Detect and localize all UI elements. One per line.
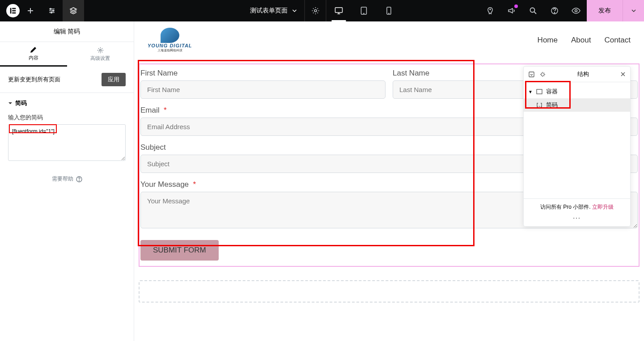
layers-icon[interactable]	[63, 0, 84, 21]
page-title-dropdown[interactable]: 测试表单页面	[243, 0, 305, 21]
help-link[interactable]: 需要帮助	[0, 163, 134, 195]
structure-tree: ▼ 容器 简码	[524, 82, 630, 198]
publish-label: 发布	[598, 7, 611, 15]
tab-content-label: 内容	[29, 55, 38, 61]
settings-sliders-icon[interactable]	[41, 0, 63, 21]
shortcode-field-label: 输入您的简码	[0, 114, 134, 124]
svg-point-20	[79, 181, 79, 181]
sidebar-title: 编辑 简码	[0, 21, 134, 42]
svg-rect-3	[12, 13, 16, 14]
structure-header-icons	[528, 71, 546, 78]
structure-more[interactable]: ...	[527, 213, 627, 220]
topbar-right: 发布	[479, 0, 644, 21]
help-circle-icon	[76, 176, 82, 182]
structure-footer: 访问所有 Pro 小部件. 立即升级 ...	[524, 198, 630, 226]
sidebar: 编辑 简码 内容 高级设置 更新变更到所有页面 应用 简码 输入您的简码 [fl…	[0, 21, 134, 341]
page-title-text: 测试表单页面	[250, 7, 288, 15]
svg-rect-21	[529, 72, 534, 77]
structure-title: 结构	[546, 70, 620, 78]
close-icon[interactable]	[620, 72, 626, 77]
tree-container-label: 容器	[546, 88, 558, 96]
logo-text: YOUNG DIGITAL	[148, 43, 192, 48]
topbar-center: 测试表单页面	[243, 0, 402, 21]
canvas: YOUNG DIGITAL 上海漾动网络科技 Home About Contac…	[134, 21, 644, 341]
publish-dropdown[interactable]	[623, 0, 644, 21]
svg-point-18	[99, 50, 101, 51]
tree-shortcode-item[interactable]: 简码	[524, 98, 630, 112]
publish-button[interactable]: 发布	[587, 0, 623, 21]
rocket-icon[interactable]	[479, 0, 501, 21]
shortcode-icon	[536, 102, 542, 108]
svg-rect-1	[12, 8, 16, 9]
svg-point-12	[389, 13, 389, 14]
tablet-icon[interactable]	[352, 0, 377, 21]
svg-point-7	[314, 10, 317, 12]
chevron-down-icon	[292, 8, 297, 13]
site-logo[interactable]: YOUNG DIGITAL 上海漾动网络科技	[148, 28, 192, 53]
logo-image	[161, 28, 179, 43]
site-header: YOUNG DIGITAL 上海漾动网络科技 Home About Contac…	[134, 21, 644, 59]
apply-text: 更新变更到所有页面	[8, 76, 60, 84]
tree-container-item[interactable]: ▼ 容器	[524, 85, 630, 98]
topbar: 测试表单页面	[0, 0, 644, 21]
submit-button[interactable]: SUBMIT FORM	[140, 240, 219, 261]
structure-footer-text: 访问所有 Pro 小部件.	[540, 204, 591, 210]
svg-rect-2	[12, 10, 16, 12]
section-shortcode[interactable]: 简码	[0, 93, 134, 114]
tab-advanced[interactable]: 高级设置	[67, 42, 134, 67]
tab-content[interactable]: 内容	[0, 42, 67, 67]
structure-panel: 结构 ▼ 容器 简码 访问所有 Pro 小部件. 立即升级 .	[523, 66, 631, 227]
svg-point-5	[53, 10, 54, 12]
apply-button[interactable]: 应用	[102, 73, 126, 86]
tab-advanced-label: 高级设置	[90, 55, 110, 62]
topbar-left	[0, 0, 84, 21]
svg-rect-0	[10, 8, 12, 14]
help-icon[interactable]	[544, 0, 565, 21]
elementor-logo[interactable]	[6, 4, 20, 17]
desktop-icon[interactable]	[326, 0, 352, 21]
first-name-label: First Name	[140, 69, 386, 78]
mobile-icon[interactable]	[377, 0, 402, 21]
nav-contact[interactable]: Contact	[604, 36, 631, 45]
apply-row: 更新变更到所有页面 应用	[0, 67, 134, 93]
svg-rect-8	[335, 8, 343, 13]
main: 编辑 简码 内容 高级设置 更新变更到所有页面 应用 简码 输入您的简码 [fl…	[0, 21, 644, 341]
megaphone-icon[interactable]	[501, 0, 522, 21]
search-icon[interactable]	[522, 0, 544, 21]
sparkle-icon[interactable]	[539, 71, 546, 78]
svg-point-14	[530, 8, 535, 13]
upgrade-link[interactable]: 立即升级	[592, 204, 614, 210]
responsive-group	[326, 0, 402, 21]
preview-icon[interactable]	[565, 0, 587, 21]
svg-point-16	[554, 13, 555, 13]
caret-down-icon	[8, 101, 13, 105]
collapse-icon[interactable]	[528, 71, 535, 78]
nav-about[interactable]: About	[571, 36, 591, 45]
svg-rect-22	[537, 89, 542, 94]
add-icon[interactable]	[20, 0, 41, 21]
svg-point-10	[364, 13, 364, 14]
svg-point-6	[51, 12, 52, 13]
first-name-input[interactable]	[140, 80, 386, 99]
logo-subtitle: 上海漾动网络科技	[157, 48, 182, 53]
tree-shortcode-label: 简码	[546, 101, 558, 109]
nav-home[interactable]: Home	[538, 36, 558, 45]
sidebar-tabs: 内容 高级设置	[0, 42, 134, 67]
add-section-dropzone[interactable]	[139, 280, 640, 303]
help-text: 需要帮助	[52, 175, 73, 183]
section-label: 简码	[15, 99, 27, 107]
structure-header: 结构	[524, 67, 630, 82]
notification-dot	[514, 4, 518, 8]
page-settings-icon[interactable]	[305, 0, 326, 21]
container-icon	[536, 89, 542, 94]
main-nav: Home About Contact	[538, 36, 631, 45]
svg-point-4	[50, 8, 51, 10]
svg-point-17	[575, 10, 577, 12]
first-name-field: First Name	[140, 69, 386, 99]
svg-point-13	[490, 9, 491, 10]
shortcode-textarea[interactable]: [fluentform id="1"]	[8, 124, 126, 161]
